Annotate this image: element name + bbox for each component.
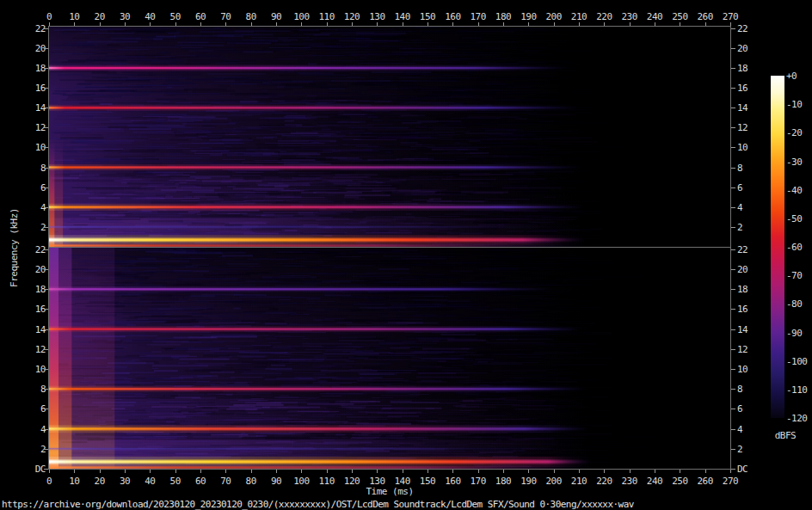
freq-tick: [731, 329, 735, 330]
time-axis-title: Time (ms): [366, 486, 413, 497]
time-tick-label: 260: [697, 12, 712, 22]
freq-tick-label: 2: [737, 222, 742, 231]
time-tick-label: 130: [369, 12, 384, 22]
time-tick: [630, 470, 631, 473]
colorbar-gradient: [771, 76, 784, 418]
freq-tick-label: 10: [737, 365, 747, 374]
time-tick-label: 220: [596, 12, 612, 22]
time-tick: [655, 470, 655, 473]
freq-tick: [731, 127, 735, 128]
freq-tick-label: 12: [737, 123, 747, 132]
time-tick-label: 20: [95, 12, 105, 22]
freq-tick: [731, 389, 735, 390]
time-tick-label: 100: [293, 476, 309, 486]
time-tick-label: 110: [318, 12, 334, 22]
freq-tick-label: 6: [737, 404, 742, 414]
time-tick: [150, 470, 151, 473]
colorbar-unit-label: dBFS: [775, 430, 797, 441]
time-tick-label: 70: [220, 12, 231, 22]
time-tick-label: 0: [46, 12, 52, 22]
time-tick-label: 90: [271, 476, 281, 486]
freq-tick-label: 20: [737, 43, 747, 52]
colorbar-tick-label: -80: [786, 299, 802, 309]
colorbar-tick-label: -100: [786, 356, 808, 366]
time-tick: [503, 470, 504, 473]
time-tick: [680, 470, 680, 473]
time-tick: [327, 470, 328, 473]
freq-tick-label: 2: [737, 444, 742, 453]
time-tick-label: 160: [445, 12, 460, 22]
freq-tick-label: 4: [737, 202, 742, 212]
freq-tick: [731, 429, 735, 430]
time-tick: [554, 470, 555, 473]
freq-tick-label: 6: [737, 182, 742, 192]
time-tick: [428, 470, 428, 473]
plot-border: [49, 26, 731, 27]
freq-tick: [731, 269, 735, 270]
freq-tick: [731, 48, 735, 49]
time-tick: [352, 470, 353, 473]
freq-tick: [731, 469, 735, 470]
colorbar-tick-label: -50: [786, 213, 802, 223]
freq-tick: [731, 187, 735, 188]
time-tick-label: 240: [647, 12, 662, 22]
time-tick-label: 0: [46, 476, 52, 486]
time-tick: [276, 470, 277, 473]
colorbar-tick-label: -20: [786, 128, 802, 138]
freq-tick-label: 18: [737, 64, 747, 73]
time-tick-label: 190: [520, 476, 536, 486]
time-tick: [100, 470, 101, 473]
colorbar-tick-label: -70: [786, 271, 802, 280]
freq-tick: [731, 168, 735, 169]
time-tick-label: 160: [445, 476, 460, 486]
freq-tick-label: 10: [737, 143, 747, 152]
time-tick-label: 170: [470, 476, 485, 486]
time-tick: [452, 470, 453, 473]
time-tick: [403, 470, 403, 473]
time-tick-label: 220: [596, 476, 612, 486]
time-tick-label: 270: [723, 12, 738, 22]
freq-tick-label: 22: [737, 244, 747, 254]
time-tick-label: 260: [697, 476, 712, 486]
freq-tick: [731, 147, 735, 148]
freq-tick-label-dc: DC: [737, 464, 747, 474]
freq-tick: [731, 349, 735, 350]
freq-tick: [731, 207, 735, 208]
freq-tick-label: 16: [737, 304, 747, 314]
freq-tick: [731, 88, 735, 89]
freq-tick-label: 8: [737, 163, 742, 172]
colorbar-tick-label: -30: [786, 157, 802, 166]
time-tick-label: 10: [69, 476, 79, 486]
time-tick-label: 110: [318, 476, 334, 486]
freq-tick: [731, 369, 735, 370]
freq-tick-label: 16: [737, 83, 747, 93]
freq-tick-label: 8: [737, 384, 742, 394]
time-tick-label: 150: [420, 12, 435, 22]
time-tick: [579, 470, 580, 473]
freq-tick-label: 14: [737, 324, 747, 334]
freq-tick: [731, 249, 735, 250]
time-tick-label: 120: [344, 12, 360, 22]
freq-tick: [731, 227, 735, 228]
time-tick-label: 130: [369, 476, 384, 486]
time-tick-label: 40: [145, 12, 155, 22]
time-tick-label: 100: [293, 12, 309, 22]
colorbar-tick-label: -110: [786, 384, 808, 394]
time-tick-label: 120: [344, 476, 360, 486]
colorbar-tick-label: -60: [786, 243, 802, 252]
time-tick: [528, 470, 529, 473]
freq-tick-label: 14: [737, 103, 747, 113]
colorbar-tick-label: -120: [786, 414, 808, 423]
freq-tick: [731, 289, 735, 290]
time-tick: [200, 470, 201, 473]
time-tick-label: 250: [672, 476, 687, 486]
time-tick: [251, 470, 252, 473]
time-tick-label: 60: [195, 12, 206, 22]
time-tick: [478, 470, 479, 473]
time-tick: [74, 470, 75, 473]
freq-tick-label: 12: [737, 344, 747, 353]
time-tick-label: 200: [545, 476, 561, 486]
time-tick-label: 90: [271, 12, 281, 22]
time-tick: [125, 470, 126, 473]
plot-border: [48, 26, 49, 470]
